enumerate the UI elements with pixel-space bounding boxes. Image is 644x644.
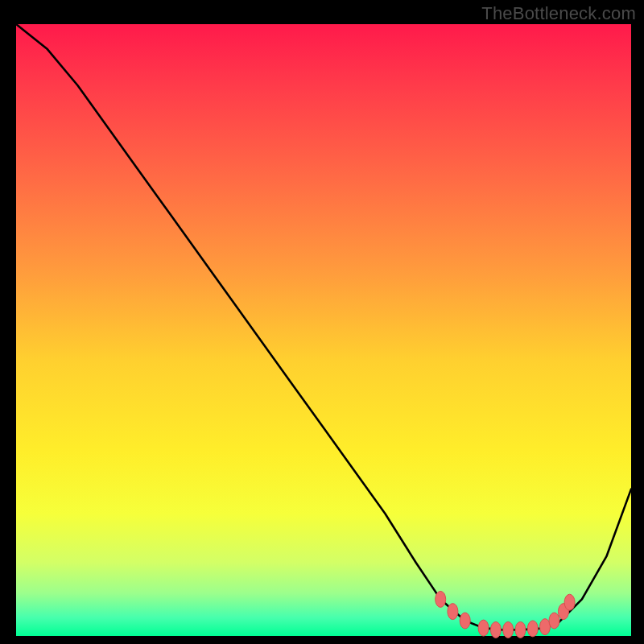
highlight-dot (460, 613, 470, 629)
bottleneck-curve (16, 24, 631, 630)
highlight-dot (490, 621, 501, 638)
highlight-dot (564, 594, 575, 610)
highlight-dot (503, 621, 514, 638)
highlight-dot (478, 620, 489, 636)
watermark-label: TheBottleneck.com (481, 3, 636, 24)
highlight-dot (515, 621, 526, 638)
highlight-dot (549, 613, 559, 629)
highlight-dot (436, 591, 446, 607)
highlight-dot (527, 621, 538, 637)
chart-container: TheBottleneck.com (0, 0, 644, 644)
chart-curve-layer (0, 0, 644, 644)
highlight-dot (448, 604, 458, 620)
